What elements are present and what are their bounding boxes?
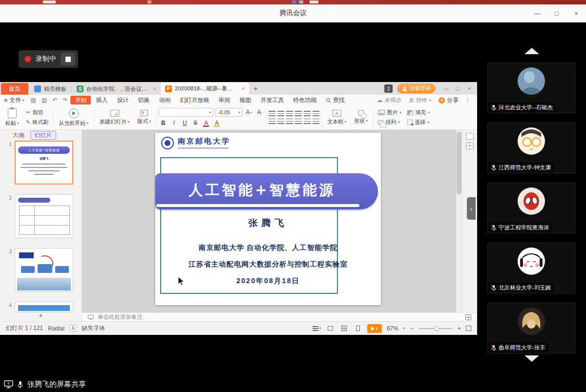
gridlines-toggle-icon[interactable] <box>466 143 474 149</box>
paste-button[interactable]: 粘贴▾ <box>2 107 22 128</box>
new-slide-button[interactable]: 新建幻灯片▾ <box>96 107 133 128</box>
columns-icon[interactable] <box>313 119 319 124</box>
participant-tile[interactable]: 宁波工程学院黄海涛 <box>487 183 575 233</box>
print-icon[interactable]: ▥ <box>39 97 49 103</box>
zoom-slider[interactable] <box>419 328 453 329</box>
ruler-toggle-icon[interactable] <box>466 133 474 140</box>
strikethrough-button[interactable]: S <box>191 119 200 127</box>
save-icon[interactable]: ▤ <box>28 97 39 103</box>
add-slide-button[interactable]: + <box>0 311 82 319</box>
more-menu-icon[interactable]: ⋮ <box>462 97 473 103</box>
notes-placeholder[interactable]: 单击此处添加备注 <box>98 313 143 321</box>
bold-button[interactable]: B <box>159 119 167 127</box>
reading-view-icon[interactable] <box>354 325 362 332</box>
menu-devtools[interactable]: 开发工具 <box>256 96 288 104</box>
slide-thumbnail-2[interactable] <box>15 194 73 238</box>
normal-view-icon[interactable]: ▾ <box>313 325 321 332</box>
select-button[interactable]: 选择▾ <box>405 119 432 126</box>
menu-review[interactable]: 审阅 <box>214 96 234 104</box>
slide-sorter-view-icon[interactable] <box>326 325 335 332</box>
slideshow-play-button[interactable]: ▾ <box>367 324 382 333</box>
justify-icon[interactable] <box>295 119 302 124</box>
menu-features[interactable]: 特色功能 <box>289 96 321 104</box>
menu-find[interactable]: 查找 <box>321 96 349 104</box>
participants-scroll-up[interactable] <box>477 48 586 54</box>
scrollbar-thumb[interactable] <box>457 132 461 194</box>
menu-animation[interactable]: 动画 <box>154 96 175 104</box>
tab-presentation[interactable]: P 20200818-...能源--暑期夏令营 × <box>161 83 249 95</box>
zoom-in-button[interactable]: + <box>458 325 461 332</box>
font-family-select[interactable]: ▾ <box>159 108 213 117</box>
tab-slides[interactable]: 幻灯片 <box>30 131 56 140</box>
panel-collapse-handle[interactable]: › <box>467 197 476 220</box>
close-tab-icon[interactable]: × <box>153 85 156 92</box>
participant-tile[interactable]: 江西师范大学-钟文康 <box>487 123 575 173</box>
numbering-icon[interactable] <box>277 111 284 116</box>
format-painter-button[interactable]: ✎格式刷 <box>23 119 51 126</box>
menu-insert[interactable]: 插入 <box>91 96 112 104</box>
menu-design[interactable]: 设计 <box>112 96 133 104</box>
close-tab-icon[interactable]: × <box>241 85 245 92</box>
guest-login-button[interactable]: 访客登录 <box>397 83 436 93</box>
zoom-slider-thumb[interactable] <box>434 326 439 331</box>
font-color-button[interactable]: A <box>202 119 210 127</box>
slide-thumbnail-3[interactable] <box>15 248 73 292</box>
tab-docer[interactable]: 稿壳模板 <box>30 83 71 95</box>
outdent-icon[interactable] <box>286 111 293 116</box>
vertical-scrollbar[interactable] <box>456 130 462 312</box>
slide-affiliation-2[interactable]: 江苏省主动配电网大数据分析与控制工程实验室 <box>155 260 381 269</box>
decrease-font-button[interactable]: A- <box>255 108 264 116</box>
slide-canvas[interactable]: 南京邮电大学 人工智能+智慧能源 张腾飞 南京邮电大学 自动化学院、人工智能学院… <box>82 130 456 312</box>
participant-tile[interactable]: 河北农业大学--石铭杰 <box>487 62 575 113</box>
title-banner[interactable]: 人工智能+智慧能源 <box>155 173 378 209</box>
slide-editor[interactable]: 南京邮电大学 人工智能+智慧能源 张腾飞 南京邮电大学 自动化学院、人工智能学院… <box>155 133 381 305</box>
fill-button[interactable]: 填充▾ <box>405 109 432 116</box>
slide-thumbnail-4[interactable] <box>15 302 73 312</box>
tab-home[interactable]: 首页 <box>1 83 28 95</box>
slide-affiliation-1[interactable]: 南京邮电大学 自动化学院、人工智能学院 <box>155 243 381 252</box>
fit-to-window-icon[interactable] <box>466 326 471 331</box>
tab-outline[interactable]: 大纲 <box>13 131 24 140</box>
maximize-button[interactable]: □ <box>547 4 566 22</box>
sync-status[interactable]: ☁未同步 <box>374 97 405 104</box>
collaborate-button[interactable]: 协作 ▾ <box>405 97 435 104</box>
text-direction-icon[interactable] <box>313 111 319 116</box>
slide-author[interactable]: 张腾飞 <box>155 217 381 229</box>
share-button[interactable]: 分享 <box>435 96 462 104</box>
grid-view-icon[interactable] <box>340 325 349 332</box>
stop-recording-button[interactable] <box>61 53 75 65</box>
file-menu[interactable]: 文件▾ <box>10 96 24 104</box>
menu-slideshow[interactable]: 幻灯片放映 <box>175 96 213 104</box>
missing-font-icon[interactable]: A <box>69 325 77 332</box>
minimize-button[interactable]: — <box>527 4 547 22</box>
layout-button[interactable]: 版式▾ <box>134 107 154 128</box>
slide-thumbnail-1[interactable]: 人工智能+智慧能源 张腾飞 <box>15 141 73 185</box>
indent-icon[interactable] <box>295 111 302 116</box>
font-size-select[interactable]: -0.05▾ <box>215 108 243 117</box>
tab-spreadsheet[interactable]: S 自动化学院、...营会议安排表 × <box>72 83 161 95</box>
wps-maximize-button[interactable]: □ <box>452 83 463 93</box>
picture-button[interactable]: 图片▾ <box>376 109 404 116</box>
participant-tile[interactable]: 曲阜师范大学-张丰 <box>487 303 575 353</box>
align-center-icon[interactable] <box>277 119 284 124</box>
increase-font-button[interactable]: A+ <box>245 108 253 116</box>
window-count-badge[interactable]: 2 <box>384 84 393 93</box>
zoom-out-button[interactable]: − <box>410 325 414 332</box>
line-spacing-icon[interactable] <box>304 111 311 116</box>
slide-date[interactable]: 2020年08月18日 <box>155 276 381 286</box>
undo-icon[interactable]: ↶ <box>50 97 60 103</box>
cut-button[interactable]: ✂剪切 <box>23 109 51 116</box>
align-left-icon[interactable] <box>269 119 275 124</box>
hamburger-icon[interactable]: ≡ <box>4 97 8 104</box>
shapes-button[interactable]: 形状▾ <box>351 107 371 128</box>
new-tab-button[interactable]: + <box>249 84 262 92</box>
zoom-level[interactable]: 67% <box>387 325 398 332</box>
menu-view[interactable]: 视图 <box>235 96 255 104</box>
menu-transition[interactable]: 切换 <box>133 96 154 104</box>
slide-sorter-icon[interactable] <box>465 314 471 320</box>
participants-scroll-down[interactable] <box>477 355 586 362</box>
close-button[interactable]: × <box>566 4 586 22</box>
participant-tile[interactable]: 北京林业大学-刘玉婉 <box>487 243 575 293</box>
distribute-icon[interactable] <box>304 119 311 124</box>
italic-button[interactable]: I <box>169 119 178 127</box>
